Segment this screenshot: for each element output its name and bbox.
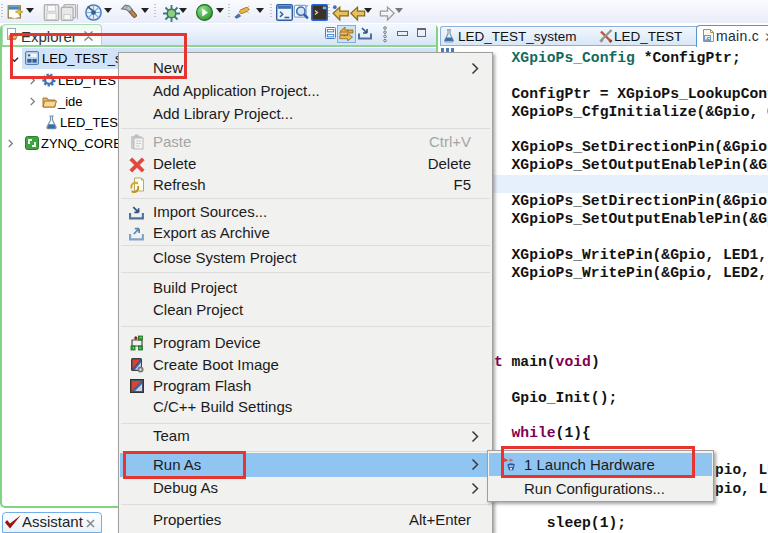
svg-text:.c: .c (705, 35, 710, 41)
